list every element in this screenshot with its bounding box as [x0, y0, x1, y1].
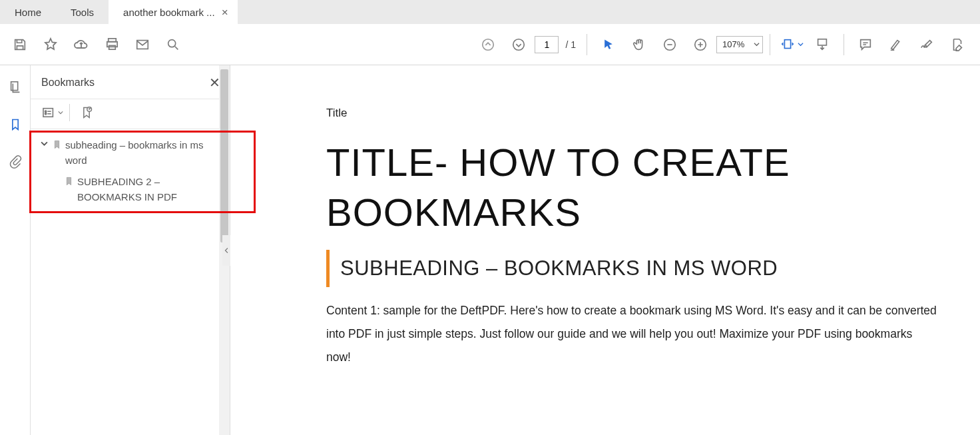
tab-bar: Home Tools another bookmark ... ×: [0, 0, 980, 24]
edit-pdf-button[interactable]: [943, 31, 972, 58]
title-label: Title: [326, 107, 960, 120]
comment-button[interactable]: [851, 31, 880, 58]
bookmark-icon: [61, 174, 76, 187]
scroll-mode-button[interactable]: [808, 31, 837, 58]
accent-bar: [326, 250, 330, 287]
toolbar-separator: [587, 34, 587, 55]
tab-tools[interactable]: Tools: [56, 0, 109, 24]
tab-document-label: another bookmark ...: [123, 7, 215, 18]
chevron-down-icon[interactable]: [39, 137, 49, 147]
svg-rect-9: [784, 39, 790, 48]
page-down-button[interactable]: [504, 31, 533, 58]
svg-rect-2: [109, 45, 115, 49]
toolbar-separator: [770, 34, 770, 55]
search-button[interactable]: [158, 31, 188, 58]
star-button[interactable]: [36, 31, 65, 58]
document-view[interactable]: Title TITLE- HOW TO CREATE BOOKMARKS SUB…: [230, 65, 980, 435]
bookmark-label: SUBHEADING 2 – BOOKMARKS IN PDF: [76, 174, 223, 205]
page-up-button[interactable]: [473, 31, 503, 58]
bookmarks-rail-button[interactable]: [5, 115, 25, 135]
highlight-button[interactable]: [881, 31, 911, 58]
attachments-rail-button[interactable]: [5, 152, 25, 172]
hand-tool-button[interactable]: [624, 31, 654, 58]
svg-point-13: [45, 111, 46, 112]
chevron-down-icon: [798, 41, 804, 47]
zoom-level-label: 107%: [722, 39, 744, 49]
document-body-text: Content 1: sample for the DeftPDF. Here'…: [326, 299, 939, 369]
chevron-down-icon: [58, 110, 63, 115]
page-number-input[interactable]: [535, 36, 559, 53]
svg-point-14: [45, 113, 46, 115]
svg-point-6: [513, 39, 525, 50]
tab-document[interactable]: another bookmark ... ×: [109, 0, 238, 24]
document-heading: TITLE- HOW TO CREATE BOOKMARKS: [326, 137, 960, 238]
bookmark-label: subheading – bookmarks in ms word: [64, 137, 223, 169]
toolbar-separator: [844, 34, 844, 55]
sign-button[interactable]: [912, 31, 941, 58]
bookmark-icon: [49, 137, 64, 151]
document-subheading: SUBHEADING – BOOKMARKS IN MS WORD: [340, 256, 778, 280]
main-area: Bookmarks ✕ subheading – bookma: [0, 65, 980, 435]
zoom-level-select[interactable]: 107%: [716, 36, 763, 53]
svg-point-4: [168, 39, 176, 47]
tab-close-icon[interactable]: ×: [222, 7, 228, 18]
cloud-upload-button[interactable]: [67, 31, 96, 58]
fit-width-button[interactable]: [777, 31, 806, 58]
bookmark-item-1[interactable]: subheading – bookmarks in ms word: [31, 135, 230, 171]
bookmark-options-button[interactable]: [41, 103, 64, 123]
page-total-label: / 1: [560, 39, 580, 50]
email-button[interactable]: [128, 31, 157, 58]
collapse-panel-handle[interactable]: [222, 235, 230, 266]
svg-rect-11: [11, 82, 17, 91]
tab-home[interactable]: Home: [0, 0, 56, 24]
print-button[interactable]: [97, 31, 126, 58]
thumbnails-rail-button[interactable]: [5, 77, 25, 97]
bookmark-item-2[interactable]: SUBHEADING 2 – BOOKMARKS IN PDF: [31, 171, 230, 208]
select-tool-button[interactable]: [594, 31, 623, 58]
bookmarks-panel-title: Bookmarks: [41, 77, 95, 89]
bookmarks-tree: subheading – bookmarks in ms word SUBHEA…: [31, 129, 230, 435]
main-toolbar: / 1 107%: [0, 24, 980, 65]
scrollbar-thumb[interactable]: [220, 69, 228, 242]
bookmarks-panel: Bookmarks ✕ subheading – bookma: [31, 65, 230, 435]
zoom-out-button[interactable]: [655, 31, 684, 58]
save-button[interactable]: [5, 31, 35, 58]
chevron-down-icon: [754, 41, 760, 47]
zoom-in-button[interactable]: [686, 31, 715, 58]
side-rail: [0, 65, 31, 435]
svg-rect-10: [818, 39, 827, 45]
svg-rect-12: [43, 109, 53, 117]
new-bookmark-button[interactable]: [75, 103, 98, 123]
separator: [69, 104, 70, 121]
svg-point-5: [483, 39, 494, 50]
